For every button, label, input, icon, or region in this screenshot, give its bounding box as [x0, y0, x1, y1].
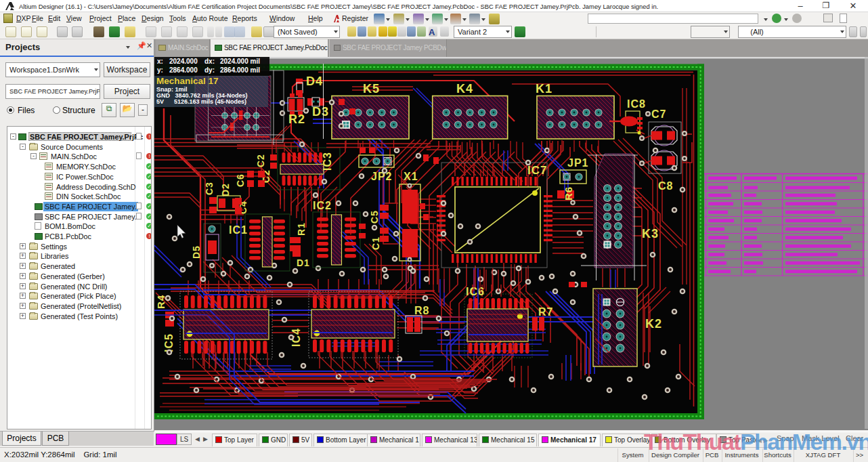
svg-text:D4: D4	[306, 75, 323, 88]
svg-text:K3: K3	[642, 227, 659, 240]
svg-text:R8: R8	[414, 305, 429, 316]
svg-text:K4: K4	[456, 82, 473, 96]
svg-text:R6: R6	[563, 186, 574, 201]
svg-text:C7: C7	[651, 108, 666, 120]
svg-text:C6: C6	[235, 173, 246, 187]
svg-text:IC8: IC8	[627, 98, 646, 110]
svg-text:R4: R4	[155, 295, 167, 309]
svg-text:X1: X1	[404, 171, 418, 182]
svg-text:D2: D2	[220, 183, 231, 196]
svg-text:IC6: IC6	[466, 286, 485, 297]
svg-text:C5: C5	[369, 210, 380, 224]
svg-text:D5: D5	[191, 245, 202, 259]
svg-text:K2: K2	[645, 317, 662, 331]
svg-text:IC3: IC3	[322, 152, 333, 171]
svg-text:K5: K5	[363, 82, 380, 96]
svg-text:C8: C8	[658, 180, 673, 192]
svg-text:R7: R7	[538, 306, 553, 318]
svg-text:R2: R2	[288, 112, 305, 126]
svg-text:IC2: IC2	[313, 200, 332, 211]
svg-text:R1: R1	[296, 222, 307, 236]
svg-text:JP1: JP1	[567, 157, 588, 169]
svg-text:IC7: IC7	[527, 164, 547, 177]
svg-text:C3: C3	[204, 182, 215, 195]
svg-text:C2: C2	[255, 154, 266, 167]
svg-text:K1: K1	[536, 82, 552, 96]
svg-text:JP2: JP2	[371, 171, 392, 182]
svg-text:D1: D1	[297, 257, 310, 268]
svg-text:D3: D3	[312, 105, 329, 119]
svg-text:C1: C1	[370, 236, 381, 250]
svg-text:IC1: IC1	[229, 224, 248, 236]
